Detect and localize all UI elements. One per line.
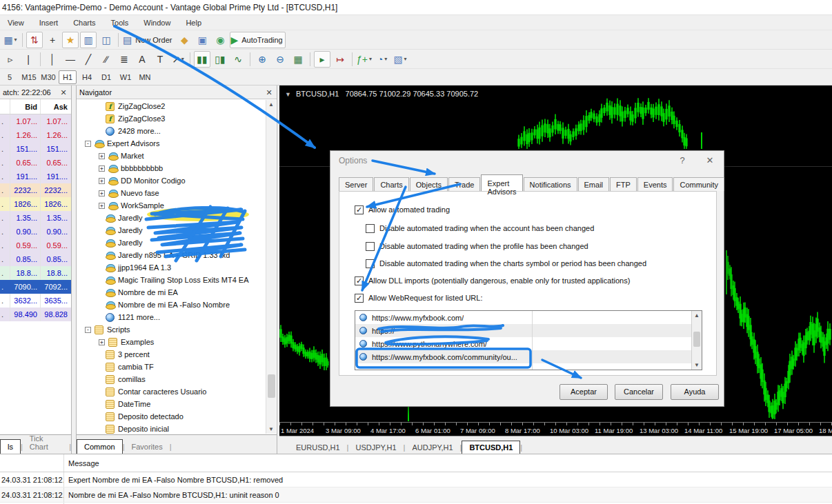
- dialog-tab-email[interactable]: Email: [578, 177, 610, 191]
- tree-item-deposito-inicial[interactable]: Deposito inicial: [77, 423, 266, 434]
- help-icon[interactable]: ?: [668, 151, 696, 170]
- market-watch-row[interactable]: .1826...1826...: [0, 197, 71, 211]
- tree-item-1121-more-[interactable]: 1121 more...: [77, 311, 266, 323]
- scroll-down-icon[interactable]: ▼: [266, 426, 276, 432]
- tree-item-3-percent[interactable]: 3 percent: [77, 348, 266, 361]
- channel-icon[interactable]: ∕∕: [98, 51, 115, 68]
- url-row[interactable]: https://www.pythonanywhere.com/: [355, 337, 702, 350]
- dialog-tab-server[interactable]: Server: [339, 177, 373, 191]
- periods-icon[interactable]: ◔▾: [374, 51, 390, 68]
- tree-item-zigzagclose3[interactable]: fZigZagClose3: [77, 112, 266, 125]
- aceptar-button[interactable]: Aceptar: [559, 384, 608, 400]
- tile-windows-icon[interactable]: ▦: [290, 51, 306, 68]
- tree-item-comillas[interactable]: comillas: [77, 373, 266, 385]
- checkbox-checked[interactable]: [355, 294, 364, 303]
- url-row[interactable]: https://www.myfxbook.com/community/ou...: [355, 350, 702, 363]
- dialog-tab-objects[interactable]: Objects: [410, 177, 448, 191]
- url-row[interactable]: https://www.myfxbook.com/: [355, 311, 702, 324]
- dialog-tab-ftp[interactable]: FTP: [610, 177, 637, 191]
- url-row[interactable]: https://: [355, 324, 702, 337]
- market-watch-row[interactable]: .191....191....: [0, 170, 71, 183]
- tree-item-examples[interactable]: +Examples: [77, 336, 266, 348]
- ask-column-header[interactable]: Ask: [40, 99, 70, 114]
- log-message-column[interactable]: Message: [64, 454, 832, 472]
- chevron-down-icon[interactable]: ▼: [285, 91, 291, 98]
- market-watch-icon[interactable]: ▥: [80, 32, 97, 48]
- horizontal-line-icon[interactable]: —: [62, 51, 79, 68]
- dialog-tab-events[interactable]: Events: [637, 177, 673, 191]
- chevron-down-icon[interactable]: ▾: [181, 56, 184, 62]
- vertical-line-icon[interactable]: │: [44, 51, 61, 68]
- zoom-out-icon[interactable]: ⊖: [272, 51, 288, 68]
- crosshair-icon[interactable]: +: [44, 32, 61, 48]
- experts-icon[interactable]: ▣: [194, 32, 210, 48]
- tree-item-nombre-de-mi-ea[interactable]: Nombre de mi EA: [77, 286, 266, 299]
- checkbox-checked[interactable]: [355, 205, 364, 214]
- market-watch-tab-ls[interactable]: ls: [0, 439, 21, 454]
- url-list-scrollbar[interactable]: ▲ ▼: [691, 311, 702, 370]
- tree-item-jaredly-n895-ea-grid-1-33-fxd[interactable]: Jaredly n895 EA + GRID 1.33 fxd: [77, 249, 266, 261]
- market-watch-tab-tick-chart[interactable]: Tick Chart: [23, 432, 69, 454]
- profiles-icon[interactable]: ⇅: [26, 32, 43, 48]
- chevron-down-icon[interactable]: ▾: [384, 56, 387, 62]
- data-window-icon[interactable]: ◫: [98, 32, 115, 48]
- dialog-tab-expert-advisors[interactable]: Expert Advisors: [481, 174, 522, 191]
- chart-tab-usdjpy-h1[interactable]: USDJPY,H1: [348, 441, 403, 454]
- cursor-icon[interactable]: ▹: [2, 51, 19, 68]
- favorites-icon[interactable]: ★: [62, 32, 79, 48]
- new-chart-icon[interactable]: ▦▾: [2, 32, 19, 48]
- market-watch-row[interactable]: .3632...3635...: [0, 294, 71, 308]
- signals-icon[interactable]: ◉: [212, 32, 228, 48]
- chart-tab-btcusd-h1[interactable]: BTCUSD,H1: [462, 441, 520, 454]
- tree-item-cambia-tf[interactable]: cambia TF: [77, 361, 266, 373]
- candlestick-icon[interactable]: ▯▮: [212, 51, 228, 68]
- checkbox[interactable]: [366, 259, 375, 268]
- dialog-tab-notifications[interactable]: Notifications: [524, 177, 577, 191]
- templates-icon[interactable]: ▧▾: [392, 51, 408, 68]
- market-watch-row[interactable]: .1.26...1.26...: [0, 128, 71, 142]
- scroll-up-icon[interactable]: ▲: [692, 312, 702, 319]
- collapse-icon[interactable]: -: [85, 327, 91, 333]
- tree-item-nombre-de-mi-ea-falso-nombre[interactable]: Nombre de mi EA -Falso Nombre: [77, 299, 266, 311]
- chevron-down-icon[interactable]: ▾: [404, 56, 407, 62]
- market-watch-row[interactable]: .0.85...0.85...: [0, 252, 71, 266]
- close-icon[interactable]: ✕: [59, 85, 68, 99]
- new-order-icon[interactable]: ▤New Order: [122, 32, 175, 48]
- market-watch-row[interactable]: .151....151....: [0, 142, 71, 156]
- bar-chart-icon[interactable]: ▮▮: [194, 51, 210, 68]
- chart-shift-icon[interactable]: ↦: [332, 51, 348, 68]
- expand-icon[interactable]: +: [99, 165, 105, 172]
- market-watch-row[interactable]: .0.65...0.65...: [0, 156, 71, 170]
- tree-item-jjpp1964-ea-1-3[interactable]: jjpp1964 EA 1.3: [77, 261, 266, 274]
- chevron-down-icon[interactable]: ▾: [369, 56, 372, 62]
- indicators-icon[interactable]: ƒ+▾: [356, 51, 373, 68]
- collapse-icon[interactable]: -: [85, 141, 91, 147]
- expand-icon[interactable]: +: [99, 339, 105, 345]
- chart-tab-eurusd-h1[interactable]: EURUSD,H1: [289, 441, 347, 454]
- zoom-in-icon[interactable]: ⊕: [254, 51, 270, 68]
- expand-icon[interactable]: +: [99, 190, 105, 196]
- dialog-tab-charts[interactable]: Charts: [374, 177, 408, 191]
- timeframe-m30[interactable]: M30: [39, 70, 57, 84]
- tree-item-magic-trailing-stop-loss-exits[interactable]: Magic Trailing Stop Loss Exits MT4 EA: [77, 274, 266, 286]
- expand-icon[interactable]: +: [99, 153, 105, 159]
- navigator-scrollbar[interactable]: ▲ ▼: [266, 100, 276, 434]
- expand-icon[interactable]: +: [99, 203, 105, 209]
- tree-item-deposito-detectado[interactable]: Deposito detectado: [77, 410, 266, 423]
- line-chart-icon[interactable]: ∿: [230, 51, 246, 68]
- webrequest-url-list[interactable]: https://www.myfxbook.com/https://https:/…: [355, 310, 702, 370]
- fibonacci-icon[interactable]: ≣: [116, 51, 132, 68]
- tree-item-contar-caracteres-usuario[interactable]: Contar caracteres Usuario: [77, 385, 266, 398]
- market-watch-row[interactable]: .1.07...1.07...: [0, 114, 71, 128]
- tree-item-scripts[interactable]: -Scripts: [77, 323, 266, 336]
- tree-item-zigzagclose2[interactable]: fZigZagClose2: [77, 100, 266, 112]
- tree-item-jaredly[interactable]: Jaredly: [77, 236, 266, 249]
- menu-tools[interactable]: Tools: [103, 15, 137, 30]
- checkbox[interactable]: [366, 242, 375, 251]
- text-icon[interactable]: A: [134, 51, 150, 68]
- navigator-tab-common[interactable]: Common: [77, 439, 123, 454]
- checkbox[interactable]: [366, 224, 375, 233]
- market-watch-row[interactable]: .1.35...1.35...: [0, 211, 71, 225]
- expand-icon[interactable]: +: [99, 178, 105, 184]
- auto-scroll-icon[interactable]: ▸: [314, 51, 330, 68]
